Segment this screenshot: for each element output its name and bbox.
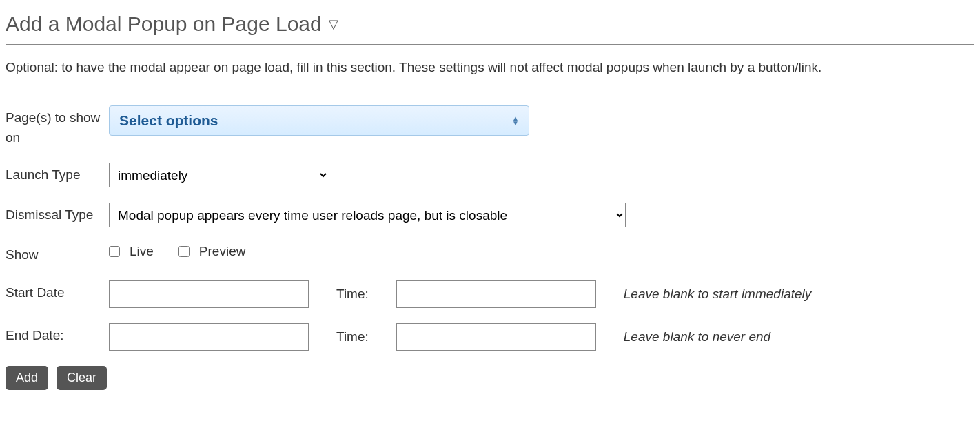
launch-type-label: Launch Type bbox=[6, 163, 109, 185]
pages-multiselect[interactable]: Select options ▲▼ bbox=[109, 105, 529, 136]
section-heading-text: Add a Modal Popup on Page Load bbox=[6, 12, 322, 36]
live-checkbox[interactable] bbox=[109, 246, 120, 257]
pages-placeholder: Select options bbox=[119, 112, 218, 129]
start-date-hint: Leave blank to start immediately bbox=[624, 287, 811, 302]
live-checkbox-label[interactable]: Live bbox=[109, 244, 154, 259]
dismissal-type-label: Dismissal Type bbox=[6, 203, 109, 225]
end-date-hint: Leave blank to never end bbox=[624, 329, 770, 344]
form: Page(s) to show on Select options ▲▼ Lau… bbox=[6, 105, 974, 390]
launch-type-select[interactable]: immediately bbox=[109, 163, 329, 187]
start-date-label: Start Date bbox=[6, 280, 109, 303]
end-time-label: Time: bbox=[336, 329, 369, 344]
section-heading[interactable]: Add a Modal Popup on Page Load ▽ bbox=[6, 6, 974, 45]
preview-checkbox-label[interactable]: Preview bbox=[178, 244, 246, 259]
end-time-input[interactable] bbox=[396, 323, 596, 351]
end-date-input[interactable] bbox=[109, 323, 309, 351]
preview-checkbox[interactable] bbox=[178, 246, 190, 257]
start-time-label: Time: bbox=[336, 287, 369, 302]
show-label: Show bbox=[6, 243, 109, 265]
clear-button[interactable]: Clear bbox=[57, 366, 107, 390]
start-time-input[interactable] bbox=[396, 280, 596, 308]
pages-label: Page(s) to show on bbox=[6, 105, 109, 147]
sort-icon: ▲▼ bbox=[512, 116, 519, 125]
chevron-down-icon: ▽ bbox=[329, 17, 338, 32]
dismissal-type-select[interactable]: Modal popup appears every time user relo… bbox=[109, 203, 626, 227]
section-description: Optional: to have the modal appear on pa… bbox=[6, 57, 974, 78]
add-button[interactable]: Add bbox=[6, 366, 48, 390]
start-date-input[interactable] bbox=[109, 280, 309, 308]
end-date-label: End Date: bbox=[6, 323, 109, 346]
